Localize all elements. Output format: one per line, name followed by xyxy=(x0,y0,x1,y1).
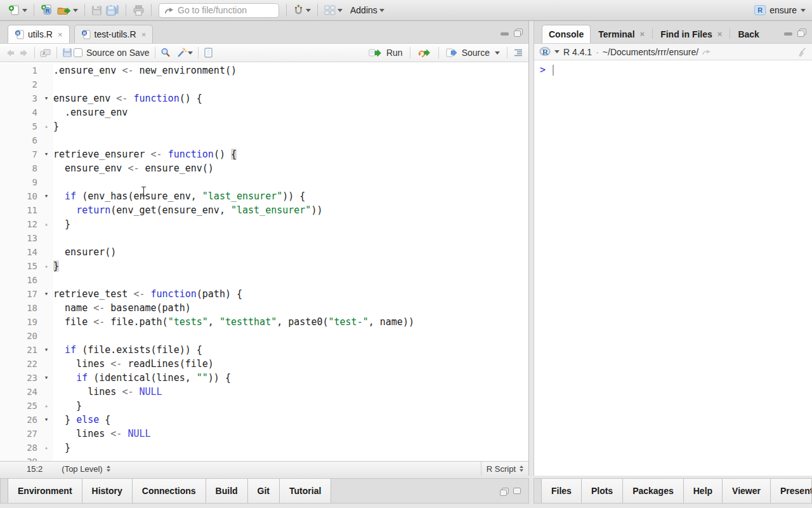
code-line-16[interactable]: 16 xyxy=(0,273,528,287)
code-line-8[interactable]: 8 ensure_env <- ensure_env() xyxy=(0,161,528,175)
restore-pane-icon[interactable] xyxy=(500,488,508,495)
code-line-2[interactable]: 2 xyxy=(0,77,528,91)
fold-marker-icon[interactable]: ▾ xyxy=(39,371,53,385)
code-tools-wand-icon[interactable] xyxy=(176,48,188,58)
tab-terminal[interactable]: Terminal × xyxy=(591,25,652,43)
console-body[interactable]: > xyxy=(534,60,812,476)
close-tab-icon[interactable]: × xyxy=(717,29,723,39)
code-line-1[interactable]: 1.ensure_env <- new_environment() xyxy=(0,64,528,77)
fold-marker-icon[interactable]: ▾ xyxy=(39,343,53,357)
code-line-20[interactable]: 20 xyxy=(0,329,528,343)
maximize-pane-icon[interactable] xyxy=(514,29,522,36)
tab-viewer[interactable]: Viewer xyxy=(723,479,771,503)
minimize-pane-icon[interactable] xyxy=(501,32,509,36)
print-button[interactable] xyxy=(131,4,147,17)
fold-marker-icon[interactable]: ▴ xyxy=(39,259,53,273)
code-line-12[interactable]: 12▴ } xyxy=(0,217,528,231)
source-button[interactable]: Source xyxy=(444,46,502,59)
tab-connections[interactable]: Connections xyxy=(133,479,206,503)
tab-background-jobs[interactable]: Back xyxy=(730,25,759,43)
code-line-28[interactable]: 28▴ } xyxy=(0,441,528,455)
document-outline-icon[interactable] xyxy=(513,48,523,57)
source-menu-caret[interactable] xyxy=(495,51,500,57)
new-file-button[interactable] xyxy=(6,4,29,17)
tab-history[interactable]: History xyxy=(82,479,133,503)
tab-files[interactable]: Files xyxy=(541,479,582,503)
tab-find-in-files[interactable]: Find in Files × xyxy=(653,25,730,43)
code-line-4[interactable]: 4 .ensure_env xyxy=(0,105,528,119)
project-menu-button[interactable]: R ensure xyxy=(754,5,806,15)
code-line-21[interactable]: 21▾ if (file.exists(file)) { xyxy=(0,343,528,357)
tab-packages[interactable]: Packages xyxy=(623,479,684,503)
code-line-3[interactable]: 3▾ensure_env <- function() { xyxy=(0,91,528,105)
code-line-17[interactable]: 17▾retrieve_test <- function(path) { xyxy=(0,287,528,301)
open-in-new-window-icon[interactable] xyxy=(40,48,51,58)
code-line-7[interactable]: 7▾retrieve_ensurer <- function() { xyxy=(0,147,528,161)
code-line-6[interactable]: 6 xyxy=(0,133,528,147)
code-line-29[interactable]: 29 xyxy=(0,455,528,461)
new-project-button[interactable]: R xyxy=(39,3,55,17)
fold-marker-icon[interactable]: ▴ xyxy=(39,217,53,231)
fold-marker-icon[interactable]: ▾ xyxy=(39,413,53,427)
code-editor[interactable]: 1.ensure_env <- new_environment()23▾ensu… xyxy=(0,62,528,461)
close-tab-icon[interactable]: × xyxy=(58,30,63,39)
code-line-24[interactable]: 24 lines <- NULL xyxy=(0,385,528,399)
maximize-pane-icon[interactable] xyxy=(513,488,521,494)
code-line-26[interactable]: 26▾ } else { xyxy=(0,413,528,427)
magnet-menu-caret[interactable] xyxy=(306,9,311,15)
tab-console[interactable]: Console xyxy=(542,25,591,43)
code-line-19[interactable]: 19 file <- file.path("tests", "testthat"… xyxy=(0,315,528,329)
fold-marker-icon[interactable]: ▾ xyxy=(39,189,53,203)
fold-marker-icon[interactable]: ▴ xyxy=(39,119,53,133)
scope-selector-arrows-icon[interactable] xyxy=(107,465,110,472)
save-button[interactable] xyxy=(89,4,104,17)
back-icon[interactable] xyxy=(5,48,16,58)
magnet-button[interactable] xyxy=(291,3,313,17)
addins-button[interactable]: Addins xyxy=(348,4,386,17)
tab-plots[interactable]: Plots xyxy=(582,479,623,503)
minimize-pane-icon[interactable] xyxy=(784,32,792,36)
fold-marker-icon[interactable]: ▾ xyxy=(39,287,53,301)
open-recent-caret[interactable] xyxy=(73,9,78,15)
save-file-icon[interactable] xyxy=(62,48,72,58)
open-wd-arrow-icon[interactable] xyxy=(702,48,712,56)
tab-build[interactable]: Build xyxy=(206,479,248,503)
open-file-button[interactable] xyxy=(55,4,80,17)
code-line-9[interactable]: 9 xyxy=(0,175,528,189)
tab-utils-r[interactable]: R utils.R × xyxy=(8,25,70,43)
code-line-10[interactable]: 10▾ if (env_has(ensure_env, "last_ensure… xyxy=(0,189,528,203)
r-version-caret[interactable] xyxy=(554,50,560,56)
code-line-14[interactable]: 14 ensurer() xyxy=(0,245,528,259)
new-file-menu-caret[interactable] xyxy=(22,9,27,15)
code-line-25[interactable]: 25▴ } xyxy=(0,399,528,413)
file-type-selector-arrows-icon[interactable] xyxy=(520,465,523,472)
forward-icon[interactable] xyxy=(18,48,29,58)
tab-test-utils-r[interactable]: R test-utils.R × xyxy=(74,25,154,43)
source-on-save-checkbox[interactable] xyxy=(74,48,82,57)
code-line-15[interactable]: 15▴} xyxy=(0,259,528,273)
code-line-22[interactable]: 22 lines <- readLines(file) xyxy=(0,357,528,371)
tab-tutorial[interactable]: Tutorial xyxy=(280,479,331,503)
code-tools-caret[interactable] xyxy=(188,51,193,57)
tab-git[interactable]: Git xyxy=(248,479,280,503)
compile-report-icon[interactable] xyxy=(204,48,213,58)
code-line-27[interactable]: 27 lines <- NULL xyxy=(0,427,528,441)
find-replace-icon[interactable] xyxy=(160,48,171,58)
rerun-button[interactable] xyxy=(416,47,433,58)
fold-marker-icon[interactable]: ▴ xyxy=(39,399,53,413)
code-line-5[interactable]: 5▴} xyxy=(0,119,528,133)
fold-marker-icon[interactable]: ▴ xyxy=(39,441,53,455)
run-button[interactable]: Run xyxy=(367,46,405,59)
tab-help[interactable]: Help xyxy=(684,479,723,503)
file-type-label[interactable]: R Script xyxy=(487,464,516,474)
fold-marker-icon[interactable]: ▾ xyxy=(39,147,53,161)
maximize-pane-icon[interactable] xyxy=(797,29,806,36)
clear-console-broom-icon[interactable] xyxy=(796,47,807,57)
code-line-13[interactable]: 13 xyxy=(0,231,528,245)
pane-layout-caret[interactable] xyxy=(337,9,343,15)
fold-marker-icon[interactable]: ▾ xyxy=(39,91,53,105)
tab-presentation[interactable]: Presentati xyxy=(771,479,812,503)
scope-label[interactable]: (Top Level) xyxy=(62,464,102,474)
code-line-18[interactable]: 18 name <- basename(path) xyxy=(0,301,528,315)
close-tab-icon[interactable]: × xyxy=(141,30,147,39)
